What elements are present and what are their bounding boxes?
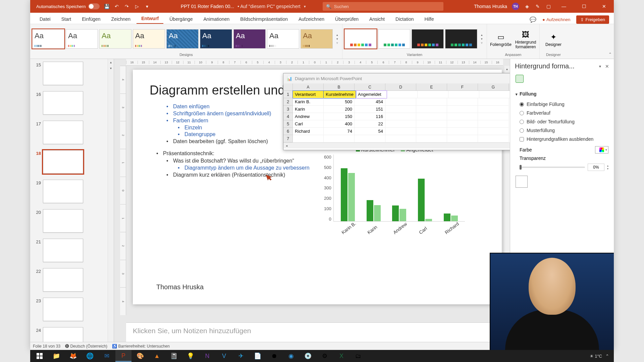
cell[interactable] bbox=[387, 91, 418, 98]
user-avatar[interactable]: TH bbox=[512, 3, 519, 10]
cell[interactable]: 500 bbox=[324, 98, 355, 106]
weather-widget[interactable]: ☀ 1°C bbox=[590, 354, 602, 359]
cell[interactable] bbox=[478, 98, 509, 106]
variant-gallery-expand[interactable]: ▴▾▿ bbox=[479, 33, 485, 45]
tab-einfuegen[interactable]: Einfügen bbox=[77, 14, 105, 24]
thumbs-scrollbar[interactable]: ▴ ▾ bbox=[108, 59, 114, 342]
taskbar-app-8[interactable]: 🗂 bbox=[350, 350, 366, 362]
tab-zeichnen[interactable]: Zeichnen bbox=[107, 14, 136, 24]
minimize-button[interactable]: — bbox=[556, 0, 572, 13]
cell[interactable]: Carl bbox=[293, 120, 324, 128]
cell[interactable] bbox=[447, 113, 478, 120]
taskbar-powerpoint[interactable]: P bbox=[115, 350, 131, 362]
taskbar-app-3[interactable]: 💡 bbox=[182, 350, 199, 362]
row-header[interactable]: 6 bbox=[283, 128, 293, 135]
tab-ansicht[interactable]: Ansicht bbox=[365, 14, 389, 24]
pen-icon[interactable]: ✎ bbox=[535, 3, 541, 9]
taskbar-settings[interactable]: ⚙ bbox=[317, 350, 333, 362]
row-header[interactable]: 1 bbox=[283, 91, 293, 98]
cell[interactable] bbox=[478, 113, 509, 120]
slide-thumb-16[interactable]: 16 bbox=[30, 90, 108, 119]
tab-start[interactable]: Start bbox=[57, 14, 76, 24]
chart-data-window[interactable]: 📊 Diagramm in Microsoft PowerPoint ✕ ▴▾A… bbox=[283, 73, 510, 150]
cell[interactable]: Verantwort bbox=[293, 91, 324, 98]
transparency-value[interactable]: 0% bbox=[588, 164, 604, 171]
tab-entwurf[interactable]: Entwurf bbox=[137, 14, 163, 24]
cell[interactable] bbox=[478, 106, 509, 113]
cell[interactable]: 22 bbox=[355, 120, 385, 128]
opt-gradient-fill[interactable]: Farbverlauf bbox=[516, 109, 608, 117]
scroll-down-icon[interactable]: ▾ bbox=[108, 65, 114, 71]
variant-thumb-2[interactable] bbox=[378, 29, 410, 49]
opt-pattern-fill[interactable]: Musterfüllung bbox=[516, 126, 608, 135]
fill-category-icon[interactable] bbox=[516, 75, 524, 83]
slide-thumb-23[interactable]: 23 bbox=[30, 296, 108, 326]
variant-thumb-4[interactable] bbox=[445, 29, 477, 49]
accessibility-check[interactable]: ♿ Barrierefreiheit: Untersuchen bbox=[112, 344, 170, 349]
taskbar-app-7[interactable]: 💿 bbox=[300, 350, 316, 362]
slide-thumb-22[interactable]: 22 bbox=[30, 267, 108, 296]
cell[interactable] bbox=[416, 106, 447, 113]
user-name[interactable]: Thomas Hruska bbox=[474, 4, 507, 9]
taskbar-app-4[interactable]: V bbox=[216, 350, 232, 362]
theme-thumb-9[interactable]: Aa bbox=[301, 29, 333, 49]
slide-thumb-19[interactable]: 19 bbox=[30, 178, 108, 208]
fill-color-button[interactable]: ▾ bbox=[595, 146, 608, 154]
taskbar-app-6[interactable]: ◉ bbox=[283, 350, 299, 362]
slide-thumb-20[interactable]: 20 bbox=[30, 208, 108, 237]
cell[interactable]: 400 bbox=[324, 120, 355, 128]
slide-thumb-17[interactable]: 17 bbox=[30, 119, 108, 149]
taskbar-telegram[interactable]: ✈ bbox=[233, 350, 249, 362]
cell[interactable] bbox=[416, 128, 447, 135]
cell[interactable] bbox=[416, 113, 447, 120]
slide-editor[interactable]: 1615141312111098765432101234567891011121… bbox=[114, 59, 510, 342]
comments-icon[interactable]: 💬 bbox=[530, 16, 536, 23]
cell[interactable] bbox=[448, 91, 479, 98]
tab-uebergaenge[interactable]: Übergänge bbox=[165, 14, 197, 24]
theme-thumb-3[interactable]: Aa bbox=[99, 29, 131, 49]
row-header[interactable]: 4 bbox=[283, 113, 293, 120]
start-button[interactable] bbox=[32, 350, 48, 362]
transparency-slider[interactable] bbox=[520, 167, 585, 168]
cell[interactable] bbox=[447, 106, 478, 113]
close-icon[interactable]: ✕ bbox=[605, 64, 609, 69]
col-header[interactable]: A bbox=[293, 83, 324, 90]
redo-icon[interactable]: ↷ bbox=[124, 3, 130, 9]
cell[interactable]: Karin B. bbox=[293, 98, 324, 106]
diamond-icon[interactable]: ◈ bbox=[524, 3, 530, 9]
data-window-titlebar[interactable]: 📊 Diagramm in Microsoft PowerPoint ✕ bbox=[283, 73, 510, 83]
chart[interactable]: Kursteilnehmer Angemeldet 60050040030020… bbox=[324, 147, 465, 247]
cell[interactable]: Kursteilnehme bbox=[324, 91, 356, 98]
cell[interactable] bbox=[447, 135, 478, 142]
theme-thumb-1[interactable]: Aa bbox=[32, 29, 64, 49]
cell[interactable] bbox=[479, 91, 510, 98]
cell[interactable] bbox=[385, 113, 416, 120]
from-beginning-icon[interactable]: ▷ bbox=[134, 3, 140, 9]
taskbar-app-1[interactable]: 🎨 bbox=[132, 350, 148, 362]
cell[interactable]: 200 bbox=[324, 106, 355, 113]
chevron-down-icon[interactable]: ▾ bbox=[599, 64, 601, 69]
cell[interactable] bbox=[385, 120, 416, 128]
row-header[interactable]: 2 bbox=[283, 98, 293, 106]
record-button[interactable]: ● Aufzeichnen bbox=[540, 16, 573, 23]
search-input[interactable]: 🔍 Suchen bbox=[323, 2, 443, 11]
tab-datei[interactable]: Datei bbox=[35, 14, 55, 24]
col-header[interactable]: B bbox=[324, 83, 355, 90]
taskbar-explorer[interactable]: 📁 bbox=[48, 350, 64, 362]
theme-thumb-5[interactable]: Aa bbox=[166, 29, 199, 49]
variant-thumb-3[interactable] bbox=[412, 29, 444, 49]
slide-size-button[interactable]: ▭Foliengröße bbox=[489, 31, 513, 47]
cell[interactable] bbox=[478, 135, 509, 142]
cell[interactable] bbox=[416, 98, 447, 106]
taskbar-chrome[interactable]: 🌐 bbox=[82, 350, 98, 362]
opt-solid-fill[interactable]: Einfarbige Füllung bbox=[516, 100, 608, 109]
tray-expand-icon[interactable]: ⌃ bbox=[605, 354, 609, 359]
undo-icon[interactable]: ↶ bbox=[114, 3, 120, 9]
cell[interactable]: 151 bbox=[355, 106, 385, 113]
collapse-ribbon-icon[interactable]: ⌃ bbox=[608, 52, 612, 57]
cell[interactable] bbox=[478, 128, 509, 135]
window-icon[interactable]: ▢ bbox=[545, 3, 551, 9]
document-title[interactable]: PPT 01 Roter Faden 00... bbox=[181, 4, 234, 9]
cell[interactable]: Richard bbox=[293, 128, 324, 135]
opt-picture-fill[interactable]: Bild- oder Texturfüllung bbox=[516, 117, 608, 126]
